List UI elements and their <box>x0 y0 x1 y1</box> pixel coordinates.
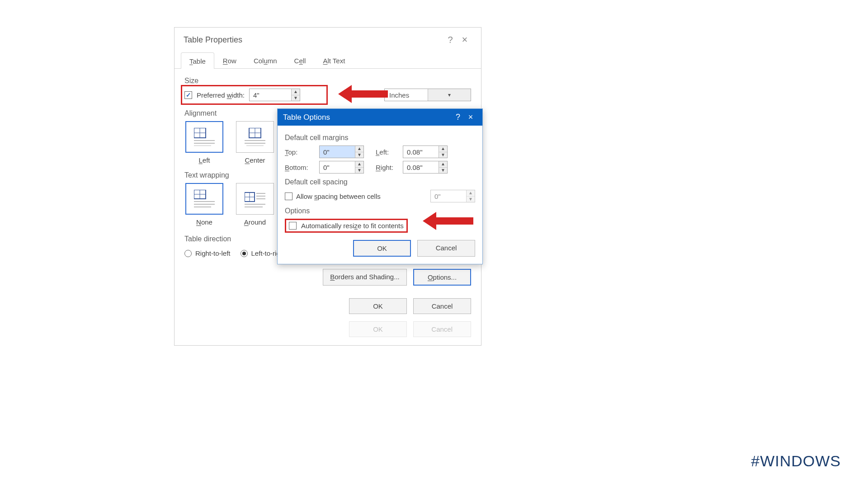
options-group-label: Options <box>285 207 475 215</box>
tp-cancel-button-shadow: Cancel <box>413 321 471 337</box>
table-options-dialog: Table Options ? × Default cell margins T… <box>277 108 483 264</box>
margin-right-spinner[interactable]: ▲▼ <box>403 161 448 174</box>
tp-ok-button[interactable]: OK <box>349 298 407 314</box>
measure-in-combo[interactable]: Inches ▾ <box>384 89 471 101</box>
spin-up-icon[interactable]: ▲ <box>355 146 363 152</box>
direction-rtl-radio[interactable]: Right-to-left <box>184 249 231 257</box>
tab-table[interactable]: Table <box>181 52 214 69</box>
margin-top-input[interactable] <box>320 146 355 158</box>
tab-cell[interactable]: Cell <box>286 52 315 68</box>
preferred-width-row: Preferred width: ▲▼ Measure in: Inches ▾ <box>184 89 471 101</box>
spin-down-icon[interactable]: ▼ <box>467 197 475 202</box>
size-group-label: Size <box>184 77 471 85</box>
align-center-thumb[interactable] <box>236 121 274 153</box>
preferred-width-checkbox[interactable] <box>184 91 192 99</box>
wrap-around-label: Around <box>244 218 266 226</box>
default-spacing-label: Default cell spacing <box>285 178 475 186</box>
tab-alt-text[interactable]: Alt Text <box>314 52 354 68</box>
preferred-width-label: Preferred width: <box>197 91 245 99</box>
cell-spacing-input[interactable] <box>431 190 466 202</box>
svg-marker-0 <box>338 85 388 103</box>
tab-column[interactable]: Column <box>245 52 286 68</box>
margin-bottom-spinner[interactable]: ▲▼ <box>319 161 364 174</box>
cell-spacing-spinner[interactable]: ▲▼ <box>430 190 475 202</box>
wrap-none-label: None <box>196 218 212 226</box>
margin-left-input[interactable] <box>403 146 439 158</box>
to-cancel-button[interactable]: Cancel <box>417 240 475 257</box>
allow-spacing-checkbox[interactable] <box>285 192 292 200</box>
measure-in-value: Inches <box>385 91 428 99</box>
options-button[interactable]: Options... <box>413 269 471 286</box>
chevron-down-icon[interactable]: ▾ <box>428 89 471 101</box>
close-icon[interactable]: × <box>464 113 477 122</box>
spin-up-icon[interactable]: ▲ <box>292 89 300 95</box>
wrap-none-thumb[interactable] <box>185 183 223 215</box>
default-margins-label: Default cell margins <box>285 134 475 142</box>
spin-up-icon[interactable]: ▲ <box>439 161 447 168</box>
spin-up-icon[interactable]: ▲ <box>467 190 475 197</box>
spin-down-icon[interactable]: ▼ <box>292 95 300 101</box>
tabstrip: Table Row Column Cell Alt Text <box>175 52 481 69</box>
preferred-width-spinner[interactable]: ▲▼ <box>249 89 300 101</box>
tp-ok-button-shadow: OK <box>349 321 407 337</box>
allow-spacing-label: Allow spacing between cells <box>296 192 381 200</box>
spin-down-icon[interactable]: ▼ <box>355 168 363 174</box>
tp-cancel-button[interactable]: Cancel <box>413 298 471 314</box>
margin-bottom-label: Bottom: <box>285 164 316 171</box>
align-center-label: Center <box>245 156 265 164</box>
align-left-thumb[interactable] <box>185 121 223 153</box>
margin-right-label: Right: <box>376 164 399 171</box>
align-left-label: Left <box>198 156 210 164</box>
auto-resize-checkbox[interactable] <box>289 222 297 230</box>
preferred-width-input[interactable] <box>250 89 291 101</box>
tab-row[interactable]: Row <box>214 52 245 68</box>
help-icon[interactable]: ? <box>452 113 464 122</box>
spin-down-icon[interactable]: ▼ <box>439 168 447 174</box>
margin-top-label: Top: <box>285 148 316 156</box>
table-properties-title: Table Properties <box>184 35 443 45</box>
to-ok-button[interactable]: OK <box>353 240 411 257</box>
borders-shading-button[interactable]: Borders and Shading... <box>323 269 407 286</box>
watermark-text: #WINDOWS <box>751 452 841 470</box>
auto-resize-label: Automatically resize to fit contents <box>301 222 404 230</box>
spin-down-icon[interactable]: ▼ <box>355 152 363 158</box>
margin-left-spinner[interactable]: ▲▼ <box>403 145 448 158</box>
margin-right-input[interactable] <box>403 161 439 173</box>
margin-top-spinner[interactable]: ▲▼ <box>319 145 364 158</box>
auto-resize-highlight: Automatically resize to fit contents <box>285 219 408 233</box>
wrap-around-thumb[interactable] <box>236 183 274 215</box>
margin-left-label: Left: <box>376 148 399 156</box>
margin-bottom-input[interactable] <box>320 161 355 173</box>
table-options-title: Table Options <box>283 113 452 122</box>
spin-down-icon[interactable]: ▼ <box>439 152 447 158</box>
help-icon[interactable]: ? <box>443 35 458 45</box>
spin-up-icon[interactable]: ▲ <box>355 161 363 168</box>
spin-up-icon[interactable]: ▲ <box>439 146 447 152</box>
close-icon[interactable]: × <box>458 34 472 46</box>
